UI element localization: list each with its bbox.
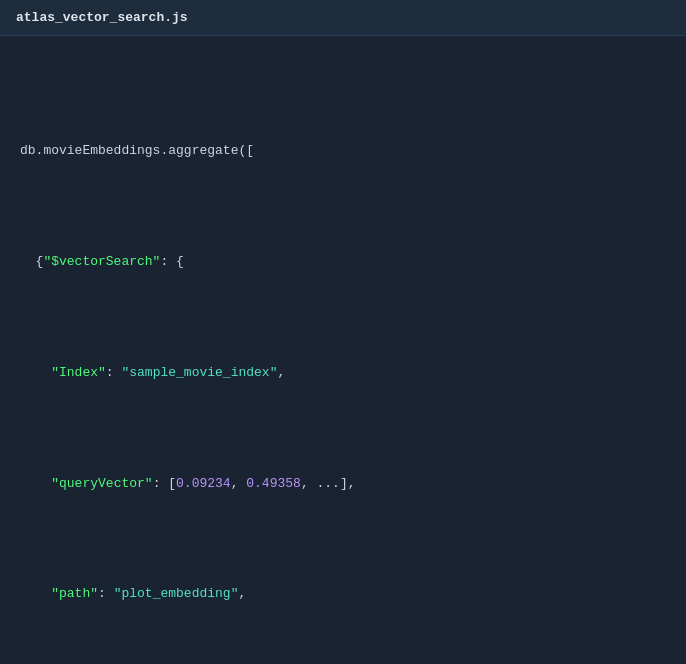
title-bar: atlas_vector_search.js [0,0,686,36]
code-area: db.movieEmbeddings.aggregate([ {"$vector… [0,36,686,664]
code-line-2: {"$vectorSearch": { [20,251,666,273]
filename-label: atlas_vector_search.js [16,10,188,25]
editor-container: atlas_vector_search.js db.movieEmbedding… [0,0,686,664]
code-line-3: "Index": "sample_movie_index", [20,362,666,384]
code-line-5: "path": "plot_embedding", [20,583,666,605]
code-line-4: "queryVector": [0.09234, 0.49358, ...], [20,473,666,495]
code-line-1: db.movieEmbeddings.aggregate([ [20,140,666,162]
